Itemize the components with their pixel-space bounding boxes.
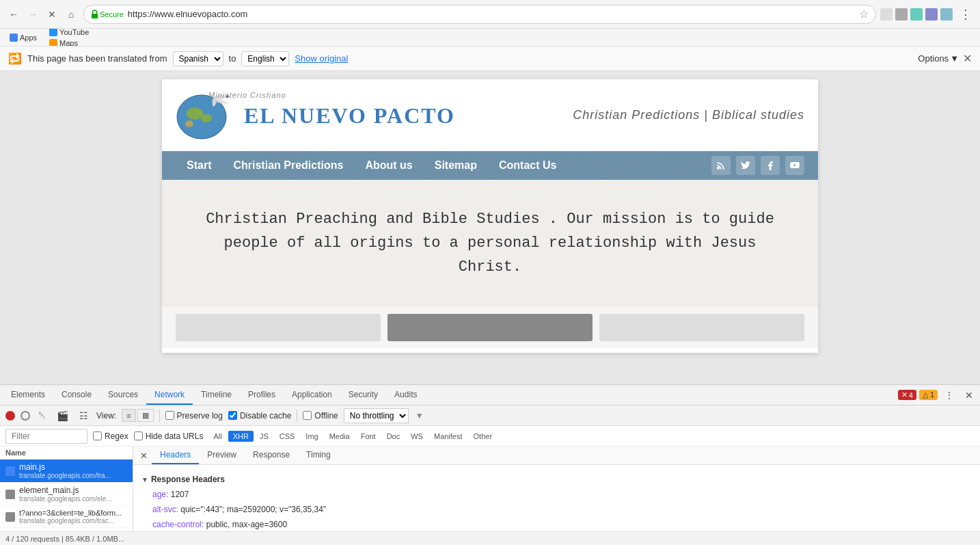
from-language-select[interactable]: Spanish [173, 51, 223, 66]
bookmark-item-2[interactable]: YouTube [45, 29, 93, 38]
capture-screenshots-button[interactable]: 🎬 [54, 409, 71, 423]
devtools-tab-console[interactable]: Console [53, 386, 100, 405]
file-item-element-main-js[interactable]: element_main.js translate.googleapis.com… [0, 483, 133, 506]
regex-label[interactable]: Regex [93, 431, 128, 441]
nav-link-predictions[interactable]: Christian Predictions [222, 151, 354, 180]
response-headers-section[interactable]: ▼ Response Headers [141, 475, 972, 484]
svg-point-4 [201, 114, 212, 122]
bookmark-label-3: Maps [59, 39, 78, 47]
file-item-main-js[interactable]: main.js translate.googleapis.com/tra... [0, 460, 133, 483]
devtools-tab-sources[interactable]: Sources [100, 386, 146, 405]
clear-button[interactable]: ␡ [36, 408, 49, 423]
logo-subtitle: Ministerio Cristiano [208, 91, 286, 99]
throttle-select[interactable]: No throttling [344, 408, 409, 423]
nav-link-sitemap[interactable]: Sitemap [424, 151, 488, 180]
back-button[interactable]: ← [5, 6, 22, 23]
disable-cache-label[interactable]: Disable cache [228, 411, 291, 421]
file-name-3: t?anno=3&client=te_lib&form... [19, 509, 122, 517]
bookmark-star[interactable]: ☆ [859, 8, 869, 21]
nav-link-start[interactable]: Start [176, 151, 222, 180]
record-button[interactable] [5, 411, 15, 421]
filter-js[interactable]: JS [255, 431, 273, 442]
translation-prefix: This page has been translated from [27, 53, 167, 64]
devtools-tab-security[interactable]: Security [340, 386, 386, 405]
nav-link-about[interactable]: About us [354, 151, 423, 180]
youtube-icon[interactable] [785, 156, 804, 175]
filter-ws[interactable]: WS [406, 431, 428, 442]
filter-toggle-button[interactable]: ☷ [77, 409, 91, 423]
devtools-tab-profiles[interactable]: Profiles [240, 386, 284, 405]
filter-css[interactable]: CSS [275, 431, 300, 442]
translation-bar-right: Options ▼ ✕ [918, 52, 972, 65]
devtools-statusbar: 4 / 120 requests | 85.4KB / 1.0MB... [0, 531, 980, 545]
filter-doc[interactable]: Doc [382, 431, 405, 442]
bookmark-apps[interactable]: Apps [5, 32, 41, 43]
site-logo: Ministerio Cristiano [176, 90, 237, 141]
facebook-icon[interactable] [761, 156, 780, 175]
filter-img[interactable]: Img [301, 431, 323, 442]
devtools-tab-timeline[interactable]: Timeline [193, 386, 240, 405]
separator-2 [297, 410, 297, 422]
bookmark-label-2: YouTube [59, 29, 89, 36]
site-header: Ministerio Cristiano EL NUEVO PACTO Chri… [162, 79, 818, 151]
nav-buttons: ← → ✕ ⌂ [5, 6, 79, 23]
translate-icon: 🔁 [8, 52, 22, 65]
view-list-button[interactable]: ≡ [122, 409, 135, 422]
home-button[interactable]: ⌂ [63, 6, 79, 23]
panel-tab-response[interactable]: Response [245, 447, 298, 464]
panel-tab-preview[interactable]: Preview [199, 447, 245, 464]
rss-icon[interactable] [711, 156, 731, 175]
close-translation-bar-button[interactable]: ✕ [963, 52, 972, 65]
filter-input[interactable] [5, 429, 87, 444]
devtools-tab-network[interactable]: Network [146, 386, 193, 405]
panel-tab-timing[interactable]: Timing [298, 447, 339, 464]
filter-font[interactable]: Font [356, 431, 381, 442]
devtools-tab-audits[interactable]: Audits [386, 386, 425, 405]
options-button[interactable]: Options ▼ [918, 53, 959, 64]
offline-checkbox[interactable] [303, 411, 312, 420]
forward-button[interactable]: → [25, 6, 41, 23]
header-age: age: 1207 [141, 487, 972, 502]
svg-point-3 [187, 107, 203, 120]
filter-all[interactable]: All [208, 431, 226, 442]
hero-text: Christian Preaching and Bible Studies . … [203, 207, 777, 280]
view-grid-button[interactable]: ▦ [137, 409, 154, 422]
bookmarks-bar: Apps GoogleGmailYouTubeMapsNewsDrive [0, 29, 980, 46]
browser-toolbar: ← → ✕ ⌂ Secure https://www.elnuevopacto.… [0, 0, 980, 29]
status-text: 4 / 120 requests | 85.4KB / 1.0MB... [5, 535, 124, 543]
devtools-more-button[interactable]: ⋮ [940, 388, 958, 402]
to-language-select[interactable]: English [241, 51, 289, 66]
filter-manifest[interactable]: Manifest [429, 431, 467, 442]
disable-cache-checkbox[interactable] [228, 411, 237, 420]
offline-label[interactable]: Offline [303, 411, 338, 421]
devtools-filter-bar: Regex Hide data URLs All XHR JS CSS Img … [0, 426, 980, 447]
nav-link-contact[interactable]: Contact Us [488, 151, 567, 180]
bookmark-item-3[interactable]: Maps [45, 38, 93, 47]
filter-other[interactable]: Other [469, 431, 498, 442]
address-bar: Secure https://www.elnuevopacto.com ☆ [83, 5, 876, 24]
devtools-tab-application[interactable]: Application [284, 386, 340, 405]
logo-main-text: EL NUEVO PACTO [244, 105, 455, 127]
twitter-icon[interactable] [736, 156, 755, 175]
panel-tab-headers[interactable]: Headers [152, 447, 199, 464]
filter-xhr[interactable]: XHR [228, 431, 254, 442]
filter-media[interactable]: Media [325, 431, 355, 442]
panel-close-button[interactable]: ✕ [136, 449, 152, 462]
show-original-button[interactable]: Show original [295, 53, 348, 64]
regex-checkbox[interactable] [93, 431, 102, 440]
preserve-log-label[interactable]: Preserve log [165, 411, 223, 421]
nav-social-icons [711, 156, 804, 175]
devtools-close-button[interactable]: ✕ [961, 388, 977, 402]
preserve-log-checkbox[interactable] [165, 411, 174, 420]
browser-action-2 [895, 8, 908, 21]
browser-menu-button[interactable]: ⋮ [957, 7, 975, 22]
stop-button[interactable] [21, 411, 30, 421]
hide-data-urls-checkbox[interactable] [134, 431, 143, 440]
file-item-tracking[interactable]: t?anno=3&client=te_lib&form... translate… [0, 506, 133, 528]
header-cache-control: cache-control: public, max-age=3600 [141, 517, 972, 531]
devtools-tab-elements[interactable]: Elements [3, 386, 53, 405]
refresh-button[interactable]: ✕ [44, 6, 60, 23]
view-label: View: [96, 411, 116, 421]
preview-card-1 [176, 314, 381, 341]
hide-data-urls-label[interactable]: Hide data URLs [134, 431, 204, 441]
